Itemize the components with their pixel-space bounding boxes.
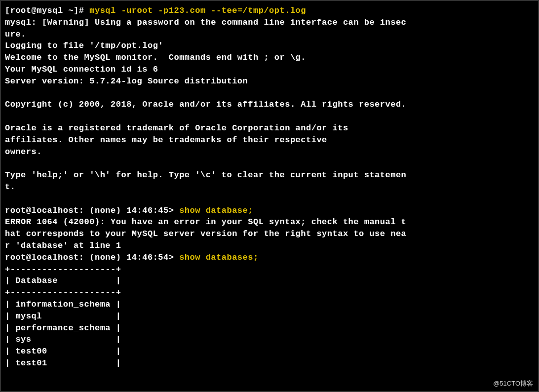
banner-line: Server version: 5.7.24-log Source distri… — [5, 77, 248, 86]
banner-line: t. — [5, 182, 15, 192]
banner-line: Your MySQL connection id is 6 — [5, 65, 158, 74]
banner-line: owners. — [5, 147, 42, 157]
mysql-prompt: root@localhost: (none) 14:46:45> — [5, 206, 179, 215]
mysql-prompt: root@localhost: (none) 14:46:54> — [5, 253, 179, 262]
table-row: | information_schema | — [5, 300, 121, 309]
banner-line: Type 'help;' or '\h' for help. Type '\c'… — [5, 170, 406, 180]
mysql-command: show databases; — [179, 253, 259, 262]
table-row: | performance_schema | — [5, 323, 121, 333]
table-border: +--------------------+ — [5, 288, 121, 297]
terminal-output[interactable]: [root@mysql ~]# mysql -uroot -p123.com -… — [1, 1, 538, 373]
watermark: @51CTO博客 — [493, 379, 533, 388]
banner-line: Oracle is a registered trademark of Orac… — [5, 123, 348, 133]
banner-line: ure. — [5, 30, 26, 39]
table-row: | test00 | — [5, 347, 121, 356]
banner-line: Copyright (c) 2000, 2018, Oracle and/or … — [5, 100, 406, 109]
banner-line: Welcome to the MySQL monitor. Commands e… — [5, 53, 306, 62]
banner-line: affiliates. Other names may be trademark… — [5, 135, 327, 145]
table-border: +--------------------+ — [5, 265, 121, 274]
banner-line: Logging to file '/tmp/opt.log' — [5, 41, 163, 50]
table-row: | test01 | — [5, 358, 121, 368]
table-row: | mysql | — [5, 312, 121, 321]
banner-line: mysql: [Warning] Using a password on the… — [5, 18, 406, 27]
shell-prompt: [root@mysql ~]# — [5, 6, 89, 15]
mysql-command: show database; — [179, 206, 253, 215]
error-line: r 'database' at line 1 — [5, 241, 121, 250]
shell-command: mysql -uroot -p123.com --tee=/tmp/opt.lo… — [89, 6, 306, 15]
table-header: | Database | — [5, 276, 121, 285]
error-line: ERROR 1064 (42000): You have an error in… — [5, 217, 406, 227]
error-line: hat corresponds to your MySQL server ver… — [5, 229, 406, 238]
table-row: | sys | — [5, 335, 121, 344]
